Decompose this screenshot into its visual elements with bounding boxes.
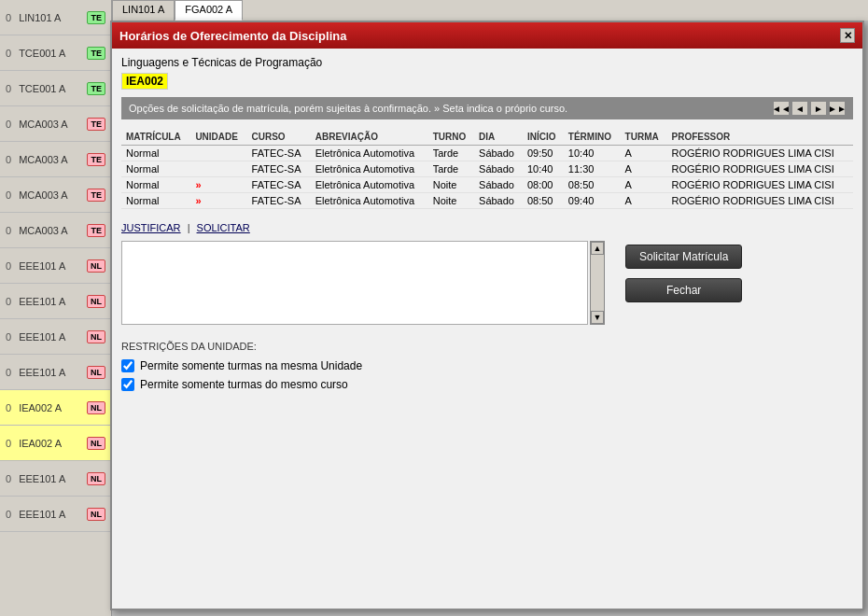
sidebar-num-13: 0 [6,473,11,484]
sidebar-item-3[interactable]: 0 MCA003 A TE [0,106,111,142]
sidebar-item-11[interactable]: 0 IEA002 A NL [0,390,111,426]
justify-textarea[interactable] [121,241,588,325]
modal-titlebar: Horários de Oferecimento da Disciplina ✕ [112,22,862,49]
sidebar-item-7[interactable]: 0 EEE101 A NL [0,248,111,284]
scroll-down-arrow[interactable]: ▼ [591,311,604,324]
cell-dia-3: Sábado [474,193,523,209]
cell-professor-3: ROGÉRIO RODRIGUES LIMA CISI [667,193,854,209]
cell-arrow-1 [190,161,246,177]
justificar-link[interactable]: JUSTIFICAR [121,222,181,233]
sidebar-item-2[interactable]: 0 TCE001 A TE [0,71,111,106]
cell-unidade-3: FATEC-SA [247,193,311,209]
cell-termino-0: 10:40 [564,146,621,161]
modal-title: Horários de Oferecimento da Disciplina [119,29,346,43]
nav-first[interactable]: ◄◄ [773,101,790,116]
sidebar-num-9: 0 [6,331,11,343]
sidebar-item-13[interactable]: 0 EEE101 A NL [0,461,111,497]
col-turno: Turno [428,129,474,146]
sidebar-badge-5: TE [87,189,105,202]
sidebar-badge-1: TE [87,47,105,60]
schedule-table: Matrícula Unidade Curso Abreviação Turno… [121,129,853,209]
nav-next[interactable]: ► [810,101,827,116]
tab-bar: LIN101 A FGA002 A [112,0,868,21]
sidebar-num-2: 0 [6,83,11,94]
solicitar-matricula-button[interactable]: Solicitar Matrícula [625,245,742,269]
tab-lin101[interactable]: LIN101 A [112,0,175,21]
cell-inicio-0: 09:50 [523,146,564,161]
checkbox-same-unit-input[interactable] [121,359,134,372]
cell-professor-2: ROGÉRIO RODRIGUES LIMA CISI [667,177,854,193]
sidebar-item-8[interactable]: 0 EEE101 A NL [0,284,111,319]
separator: | [188,222,193,233]
sidebar-badge-8: NL [87,295,105,308]
sidebar-item-12[interactable]: 0 IEA002 A NL [0,426,111,461]
cell-inicio-3: 08:50 [523,193,564,209]
sidebar-badge-12: NL [87,437,105,450]
cell-turno-1: Tarde [428,161,474,177]
cell-turma-2: A [621,177,667,193]
nav-prev[interactable]: ◄ [791,101,808,116]
modal-close-button[interactable]: ✕ [840,28,855,43]
sidebar-badge-14: NL [87,508,105,521]
col-abreviacao: Abreviação [311,129,428,146]
sidebar-item-9[interactable]: 0 EEE101 A NL [0,319,111,355]
checkbox-same-course-label: Permite somente turmas do mesmo curso [140,378,348,391]
cell-turno-0: Tarde [428,146,474,161]
sidebar-item-5[interactable]: 0 MCA003 A TE [0,177,111,213]
sidebar-code-14: EEE101 A [19,509,83,520]
sidebar-item-1[interactable]: 0 TCE001 A TE [0,35,111,71]
sidebar-item-4[interactable]: 0 MCA003 A TE [0,142,111,177]
cell-termino-2: 08:50 [564,177,621,193]
sidebar-code-1: TCE001 A [19,48,83,59]
sidebar-num-4: 0 [6,154,11,165]
sidebar-code-0: LIN101 A [19,12,83,23]
sidebar-code-12: IEA002 A [19,438,83,449]
sidebar-code-3: MCA003 A [19,119,83,130]
sidebar-code-13: EEE101 A [19,473,83,484]
table-row-1: Normal FATEC-SA Eletrônica Automotiva Ta… [121,161,853,177]
sidebar-num-5: 0 [6,189,11,201]
info-bar-text: Opções de solicitação de matrícula, poré… [129,103,567,114]
cell-matricula-2: Normal [121,177,190,193]
cell-turma-0: A [621,146,667,161]
cell-arrow-3: » [190,193,246,209]
cell-turno-3: Noite [428,193,474,209]
checkbox-same-unit: Permite somente turmas na mesma Unidade [121,359,853,372]
scroll-up-arrow[interactable]: ▲ [591,242,604,255]
sidebar-item-14[interactable]: 0 EEE101 A NL [0,497,111,532]
sidebar-num-0: 0 [6,12,11,23]
cell-matricula-1: Normal [121,161,190,177]
solicitar-link[interactable]: SOLICITAR [197,222,250,233]
tab-fga002[interactable]: FGA002 A [175,0,243,21]
nav-buttons: ◄◄ ◄ ► ►► [773,101,846,116]
sidebar-code-6: MCA003 A [19,225,83,236]
sidebar-item-6[interactable]: 0 MCA003 A TE [0,213,111,248]
cell-dia-0: Sábado [474,146,523,161]
sidebar-badge-3: TE [87,118,105,131]
col-unidade: Unidade [190,129,246,146]
cell-inicio-1: 10:40 [523,161,564,177]
table-row-0: Normal FATEC-SA Eletrônica Automotiva Ta… [121,146,853,161]
cell-unidade-1: FATEC-SA [247,161,311,177]
table-row-2: Normal » FATEC-SA Eletrônica Automotiva … [121,177,853,193]
cell-curso-1: Eletrônica Automotiva [311,161,428,177]
nav-last[interactable]: ►► [829,101,846,116]
sidebar-code-2: TCE001 A [19,83,83,94]
fechar-button[interactable]: Fechar [625,278,742,302]
textarea-wrapper: ▲ ▼ Solicitar Matrícula Fechar [121,241,853,328]
cell-matricula-0: Normal [121,146,190,161]
sidebar-num-8: 0 [6,296,11,307]
cell-inicio-2: 08:00 [523,177,564,193]
sidebar-num-7: 0 [6,260,11,272]
cell-curso-3: Eletrônica Automotiva [311,193,428,209]
sidebar-item-10[interactable]: 0 EEE101 A NL [0,355,111,390]
checkbox-same-course-input[interactable] [121,378,134,391]
sidebar-item-0[interactable]: 0 LIN101 A TE [0,0,111,35]
sidebar-code-8: EEE101 A [19,296,83,307]
sidebar-badge-0: TE [87,11,105,24]
col-matricula: Matrícula [121,129,190,146]
cell-turma-1: A [621,161,667,177]
sidebar-badge-10: NL [87,366,105,379]
discipline-code: IEA002 [121,73,168,90]
col-curso: Curso [247,129,311,146]
